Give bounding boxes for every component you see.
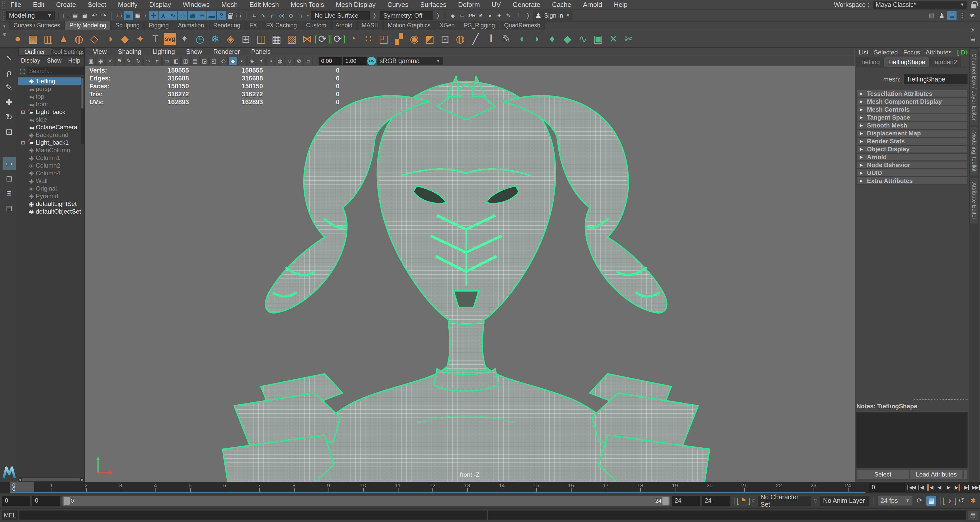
menu-item[interactable]: Edit [27,0,50,10]
single-pane-layout[interactable]: ▭ [3,157,16,170]
frame-tick[interactable]: 5 [173,482,208,493]
multi-combine-icon[interactable]: ∷ [361,32,375,46]
scissors-tool-icon[interactable]: ✂ [622,32,636,46]
workspace-lock-icon[interactable] [971,4,977,8]
poly-torus-icon[interactable]: ◍ [72,32,86,46]
textured-mode-icon[interactable]: ◈ [247,57,256,65]
range-slider-track[interactable]: 0 24 [62,496,670,506]
resolution-gate-icon[interactable]: ◧ [172,57,180,65]
attribute-section-header[interactable]: ▶ Mesh Controls [856,106,967,113]
outliner-item[interactable]: Column1 [18,154,84,162]
construction-plane-icon[interactable]: ⌖ [178,32,191,46]
chevron-down-icon[interactable]: ▽ [751,498,754,503]
sign-in-button[interactable]: ♟ Sign In ▼ [533,11,573,21]
split-icon[interactable]: ◩ [423,32,436,46]
animation-preferences-icon[interactable]: ▤ [926,496,936,506]
menu-item[interactable]: Help [608,0,633,10]
rotate-view-icon[interactable]: ↻ [134,57,143,65]
command-result[interactable] [488,511,966,520]
scale-tool[interactable]: ⊡ [3,125,16,139]
dock-tab[interactable]: Channel Box / Layer Editor [969,49,979,125]
mask-surfaces-icon[interactable]: ◇ [178,11,187,20]
notes-splitter[interactable] [914,399,967,400]
snap-grid-icon[interactable]: ⌗ [250,11,259,20]
paint-effects-icon[interactable]: ✎ [504,11,513,20]
attribute-section-header[interactable]: ▶ Node Behavior [856,161,967,169]
mask-misc-icon[interactable]: ? [217,11,226,20]
scroll-left-icon[interactable]: ◀ [18,477,21,482]
poke-icon[interactable]: ◉ [407,32,421,46]
shelf-tab[interactable]: Arnold [331,21,356,30]
mask-dynamics-icon[interactable]: ✳ [197,11,207,20]
mask-curves-icon[interactable]: ∿ [168,11,177,20]
two-pane-layout[interactable]: ◫ [3,172,16,185]
colorspace-dropdown[interactable]: sRGB gamma ▼ [377,57,443,65]
live-surface-field[interactable]: No Live Surface [311,11,370,20]
mask-rendering-icon[interactable]: ▬ [207,11,216,20]
shelf-tab[interactable]: Animation [173,21,208,30]
sculpt-tool-icon[interactable]: ◖ [515,32,528,46]
mask-handles-icon[interactable]: ✚ [149,11,158,20]
step-back-frame-button[interactable]: ◀ [916,483,925,492]
outliner-item[interactable]: Background [18,131,84,139]
menu-item[interactable]: Mesh Tools [285,0,330,10]
outliner-menu-item[interactable]: Show [47,57,62,64]
reset-transform-icon[interactable]: ❄ [208,32,222,46]
attribute-editor-tab[interactable]: lambert2 [929,57,961,67]
frame-tick[interactable]: 23 [796,482,831,493]
frame-tick[interactable]: 24 [830,482,865,493]
bookmark-icon[interactable]: ⚑ [739,496,748,506]
highlight-selection-icon[interactable]: ⬚ [234,11,243,20]
outliner-menu-item[interactable]: Help [68,57,80,64]
menu-item[interactable]: Mesh [215,0,243,10]
sphere-project-icon[interactable]: ◍ [453,32,467,46]
snap-view-plane-icon[interactable]: ◎ [277,11,286,20]
stamp-tool-icon[interactable]: ▣ [591,32,605,46]
chunk-icon[interactable]: ▞ [392,32,406,46]
shelf-tab[interactable]: XGen [436,21,459,30]
frame-tick[interactable]: 6 [207,482,242,493]
frame-tick[interactable]: 19 [658,482,692,493]
menu-set-dropdown[interactable]: Modeling ▼ [6,11,55,20]
frame-tick[interactable]: 4 [138,482,173,493]
attribute-section-header[interactable]: ▶ Tessellation Attributes [856,90,967,97]
outliner-item[interactable]: defaultLightSet [18,200,84,208]
attribute-section-header[interactable]: ▶ Smooth Mesh [856,121,967,129]
render-settings-icon[interactable]: ✳ [476,11,485,20]
select-object-mode[interactable]: ▣ [124,11,133,20]
outliner-item[interactable]: Original [18,185,84,192]
attribute-editor-menu-item[interactable]: Focus [901,49,922,56]
attribute-editor-menu-item[interactable]: Selected [872,49,900,56]
frame-tick[interactable]: 3 [103,482,138,493]
shelf-tab[interactable]: Curves / Surfaces [9,21,65,30]
outliner-vertical-scrollbar[interactable] [81,77,84,144]
notes-textarea[interactable] [856,412,967,468]
xray-icon[interactable]: ⊘ [294,57,303,65]
outliner-item[interactable]: persp [18,85,84,93]
time-ruler[interactable]: 123456789101112131415161718192021222324 [34,482,865,493]
outliner-horizontal-scrollbar[interactable]: ◀ ▶ [18,477,84,482]
menu-item[interactable]: Arnold [577,0,608,10]
script-editor-icon[interactable]: ▤ [968,511,978,520]
symmetry-field[interactable]: Symmetry: Off [380,11,433,20]
outliner-item[interactable]: side [18,116,84,123]
viewport-menu-item[interactable]: View [88,47,111,56]
film-gate-icon[interactable]: ▭ [162,57,171,65]
bridge-icon[interactable]: ⋈ [300,32,314,46]
safe-title-icon[interactable]: ◱ [210,57,218,65]
outliner-item[interactable]: MainColumn [18,147,84,154]
menu-item[interactable]: Create [50,0,82,10]
mute-audio-icon[interactable]: ♪ [945,496,955,506]
duplicate-face-icon[interactable]: ⟳ [315,32,329,46]
menu-item[interactable]: File [5,0,27,10]
extract-face-icon[interactable]: ⟳ [331,32,345,46]
viewport-menu-item[interactable]: Renderer [209,47,245,56]
shelf-tab[interactable]: Poly Modeling [65,21,111,30]
frame-tick[interactable]: 8 [277,482,312,493]
render-current-frame-icon[interactable]: ▭ [458,11,467,20]
tool-settings-toggle[interactable]: ⋮ [958,11,967,20]
frame-tick[interactable]: 11 [380,482,415,493]
menu-item[interactable]: Mesh Display [330,0,382,10]
shaded-wire-icon[interactable]: ◐ [238,57,247,65]
attribute-editor-menu-item[interactable]: Attributes [923,49,954,56]
